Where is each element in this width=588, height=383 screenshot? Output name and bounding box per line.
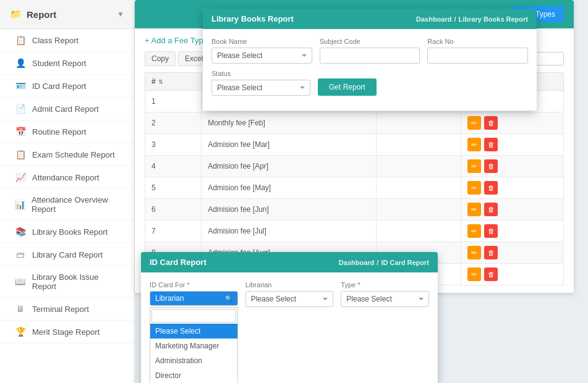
cell-id: 7 — [145, 221, 202, 242]
sidebar-label-7: Attendance Overview Report — [32, 195, 124, 214]
delete-button[interactable]: 🗑 — [484, 116, 498, 130]
sort-icon[interactable]: ⇅ — [158, 79, 163, 85]
sidebar-item-attendance-overview-report[interactable]: 📊 Attendance Overview Report — [0, 189, 134, 221]
library-get-report-button[interactable]: Get Report — [318, 78, 377, 96]
type-select[interactable]: Please Select — [341, 291, 429, 307]
rack-no-input[interactable] — [427, 48, 528, 64]
sidebar-icon-10: 📖 — [15, 277, 26, 287]
cell-note — [376, 177, 461, 199]
dropdown-item[interactable]: Marketing Manager — [150, 339, 237, 353]
breadcrumb-current: Library Books Report — [459, 15, 528, 23]
cell-note — [376, 199, 461, 221]
sidebar-item-library-card-report[interactable]: 🗃 Library Card Report — [0, 243, 134, 266]
sidebar-label-5: Exam Schedule Report — [32, 150, 115, 159]
cell-note — [376, 112, 461, 134]
dropdown-search-input[interactable] — [151, 309, 236, 322]
edit-button[interactable]: ✏ — [467, 203, 481, 216]
library-books-modal-title: Library Books Report — [211, 14, 294, 23]
table-row: 2 Monthly fee [Feb] ✏ 🗑 — [145, 112, 564, 134]
sidebar-item-merit-stage-report[interactable]: 🏆 Merit Stage Report — [0, 321, 134, 343]
sidebar-label-0: Class Report — [32, 36, 79, 45]
rack-no-label: Rack No — [427, 38, 528, 45]
sidebar-item-attendance-report[interactable]: 📈 Attendance Report — [0, 166, 134, 189]
table-row: 4 Admision fee [Apr] ✏ 🗑 — [145, 156, 564, 177]
sidebar-item-library-book-issue-report[interactable]: 📖 Library Book Issue Report — [0, 266, 134, 298]
edit-button[interactable]: ✏ — [467, 116, 481, 130]
edit-button[interactable]: ✏ — [467, 267, 481, 281]
add-fee-type-link[interactable]: + Add a Fee Type — [145, 36, 208, 45]
copy-button[interactable]: Copy — [145, 51, 176, 66]
id-card-modal-body: ID Card For * Librarian 🔍 Please SelectM… — [141, 272, 438, 383]
status-select[interactable]: Please Select — [211, 80, 310, 96]
edit-button[interactable]: ✏ — [467, 181, 481, 195]
delete-button[interactable]: 🗑 — [484, 267, 498, 281]
dropdown-item[interactable]: Director — [150, 368, 237, 383]
subject-code-input[interactable] — [320, 48, 420, 64]
id-card-breadcrumb: Dashboard / ID Card Report — [339, 259, 429, 266]
id-card-modal-title: ID Card Report — [150, 258, 207, 267]
delete-button[interactable]: 🗑 — [484, 246, 498, 259]
id-card-breadcrumb-sep: / — [377, 259, 378, 266]
cell-id: 1 — [145, 91, 202, 112]
dropdown-item[interactable]: Please Select — [150, 324, 237, 339]
sidebar-item-exam-schedule-report[interactable]: 📋 Exam Schedule Report — [0, 143, 134, 166]
main-content: Fee Types + Add a Fee Type Copy Excel CS… — [135, 0, 588, 383]
id-card-for-selected[interactable]: Librarian 🔍 — [150, 291, 238, 306]
sidebar-item-student-report[interactable]: 👤 Student Report — [0, 52, 134, 75]
subject-code-group: Subject Code — [320, 38, 420, 64]
sidebar-item-class-report[interactable]: 📋 Class Report — [0, 29, 134, 52]
sidebar-item-library-books-report[interactable]: 📚 Library Books Report — [0, 221, 134, 243]
book-name-group: Book Name Please Select — [211, 38, 312, 64]
librarian-label: Librarian — [245, 281, 334, 288]
sidebar-header[interactable]: 📁 Report ▼ — [0, 0, 134, 29]
breadcrumb: Dashboard / Library Books Report — [416, 15, 528, 23]
sidebar-icon-6: 📈 — [15, 172, 26, 182]
book-name-select[interactable]: Please Select — [211, 48, 312, 64]
sidebar-label-11: Terminal Report — [32, 305, 89, 314]
delete-button[interactable]: 🗑 — [484, 203, 498, 216]
cell-id: 5 — [145, 177, 202, 199]
dropdown-item[interactable]: Administration — [150, 353, 237, 368]
status-group: Status Please Select — [211, 70, 310, 96]
delete-button[interactable]: 🗑 — [484, 159, 498, 173]
cell-action: ✏ 🗑 — [461, 242, 563, 264]
sidebar-icon-7: 📊 — [15, 200, 25, 209]
cell-action: ✏ 🗑 — [461, 112, 563, 134]
cell-fee-type: Admision fee [Mar] — [202, 134, 377, 156]
librarian-select[interactable]: Please Select — [245, 291, 334, 307]
id-card-form-row: ID Card For * Librarian 🔍 Please SelectM… — [150, 281, 429, 383]
sidebar-item-admit-card-report[interactable]: 📄 Admit Card Report — [0, 98, 134, 120]
report-icon: 📁 — [10, 9, 22, 20]
id-card-modal-header: ID Card Report Dashboard / ID Card Repor… — [141, 252, 438, 272]
edit-button[interactable]: ✏ — [467, 159, 481, 173]
sidebar-item-id-card-report[interactable]: 🪪 ID Card Report — [0, 75, 134, 98]
edit-button[interactable]: ✏ — [467, 246, 481, 259]
delete-button[interactable]: 🗑 — [484, 224, 498, 238]
cell-id: 2 — [145, 112, 202, 134]
sidebar-item-terminal-report[interactable]: 🖥 Terminal Report — [0, 298, 134, 321]
cell-action: ✏ 🗑 — [461, 199, 563, 221]
id-card-for-label: ID Card For * — [150, 281, 238, 288]
sidebar-label-3: Admit Card Report — [32, 104, 99, 114]
sidebar-label-8: Library Books Report — [32, 227, 108, 237]
chevron-down-icon: ▼ — [117, 10, 124, 19]
book-name-label: Book Name — [211, 38, 312, 45]
sidebar-label-4: Routine Report — [32, 127, 86, 137]
get-report-action: Get Report — [318, 70, 377, 96]
cell-action: ✏ 🗑 — [461, 177, 563, 199]
sidebar-icon-2: 🪪 — [15, 81, 26, 91]
cell-note — [376, 221, 461, 242]
library-books-modal-header: Library Books Report Dashboard / Library… — [203, 9, 537, 29]
type-label: Type * — [341, 281, 429, 288]
edit-button[interactable]: ✏ — [467, 138, 481, 151]
table-row: 7 Admision fee [Jul] ✏ 🗑 — [145, 221, 564, 242]
rack-no-group: Rack No — [427, 38, 528, 64]
sidebar-item-routine-report[interactable]: 📅 Routine Report — [0, 120, 134, 143]
cell-fee-type: Admision fee [May] — [202, 177, 377, 199]
delete-button[interactable]: 🗑 — [484, 138, 498, 151]
edit-button[interactable]: ✏ — [467, 224, 481, 238]
delete-button[interactable]: 🗑 — [484, 181, 498, 195]
sidebar-icon-0: 📋 — [15, 35, 26, 45]
sidebar-label-2: ID Card Report — [32, 82, 86, 91]
cell-action: ✏ 🗑 — [461, 156, 563, 177]
